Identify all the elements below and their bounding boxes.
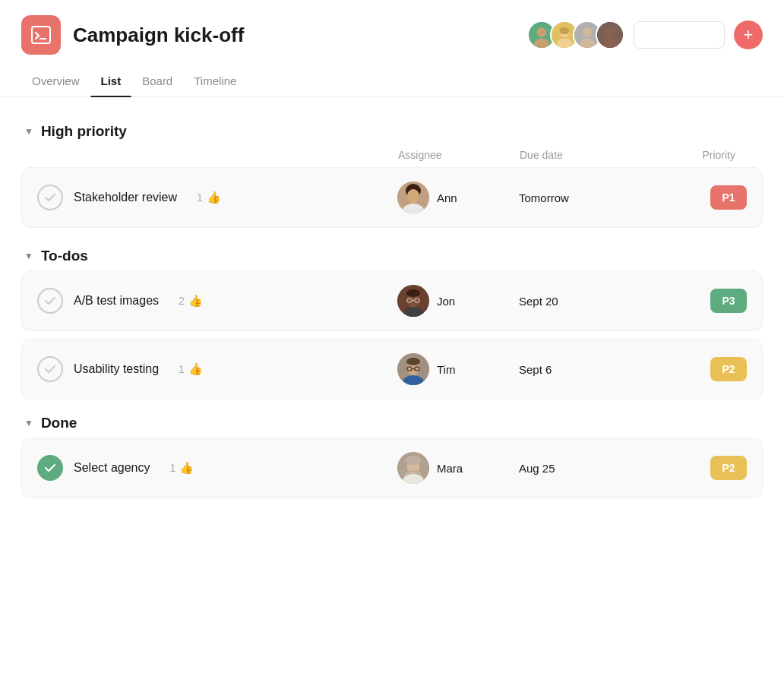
section-high-priority-title: High priority [41, 123, 127, 140]
svg-point-13 [605, 27, 615, 37]
due-date: Aug 25 [519, 462, 656, 475]
likes-count: 2 [179, 295, 185, 307]
task-check[interactable] [37, 455, 63, 481]
thumbs-up-icon: 👍 [188, 294, 203, 308]
tab-board[interactable]: Board [131, 67, 183, 96]
column-headers: Assignee Due date Priority [21, 146, 763, 164]
tab-timeline[interactable]: Timeline [183, 67, 247, 96]
assignee-avatar [397, 285, 429, 317]
assignee-name: Tim [437, 363, 455, 376]
main-content: ▼ High priority Assignee Due date Priori… [0, 103, 784, 527]
assignee-col: Jon [397, 285, 519, 317]
col-header-assignee: Assignee [398, 149, 520, 161]
task-name: Usability testing [74, 362, 159, 376]
task-likes: 1 👍 [179, 362, 203, 376]
svg-point-38 [406, 456, 421, 465]
section-todos: ▼ To-dos A/B test images 2 👍 [21, 240, 763, 400]
svg-point-4 [534, 38, 549, 49]
svg-point-3 [537, 27, 547, 37]
thumbs-up-icon: 👍 [188, 362, 203, 376]
tab-overview[interactable]: Overview [21, 67, 90, 96]
assignee-col: Tim [397, 353, 519, 385]
priority-badge: P2 [710, 357, 747, 381]
assignee-avatar [397, 182, 429, 213]
task-left: Stakeholder review 1 👍 [37, 185, 397, 210]
tab-list[interactable]: List [90, 67, 132, 96]
avatar-4[interactable] [596, 21, 624, 49]
section-high-priority-header[interactable]: ▼ High priority [21, 115, 763, 146]
chevron-icon: ▼ [24, 418, 33, 428]
task-name: Stakeholder review [74, 191, 177, 204]
likes-count: 1 [170, 462, 176, 474]
svg-point-30 [406, 358, 420, 365]
app-icon [21, 15, 61, 55]
task-check[interactable] [37, 356, 63, 382]
task-row[interactable]: Stakeholder review 1 👍 [21, 167, 763, 228]
task-left: Select agency 1 👍 [37, 455, 397, 481]
section-done: ▼ Done Select agency 1 👍 [21, 407, 763, 498]
add-button[interactable]: + [734, 21, 763, 49]
svg-point-10 [583, 27, 593, 37]
tabs: Overview List Board Timeline [0, 67, 784, 97]
likes-count: 1 [179, 363, 185, 375]
thumbs-up-icon: 👍 [179, 461, 194, 475]
svg-rect-0 [32, 27, 50, 43]
task-left: A/B test images 2 👍 [37, 288, 397, 314]
section-todos-header[interactable]: ▼ To-dos [21, 240, 763, 270]
chevron-icon: ▼ [24, 251, 33, 261]
col-header-due-date: Due date [520, 149, 656, 161]
page-title: Campaign kick-off [73, 24, 515, 47]
task-row[interactable]: Usability testing 1 👍 [21, 339, 763, 400]
section-done-header[interactable]: ▼ Done [21, 407, 763, 438]
section-done-title: Done [41, 415, 77, 431]
priority-badge: P1 [710, 185, 747, 210]
svg-point-17 [407, 189, 419, 203]
due-date: Tomorrow [519, 191, 656, 204]
due-date: Sept 6 [519, 363, 656, 376]
task-check[interactable] [37, 185, 63, 210]
search-box[interactable] [634, 21, 725, 49]
assignee-avatar [397, 452, 429, 484]
task-left: Usability testing 1 👍 [37, 356, 397, 382]
thumbs-up-icon: 👍 [207, 191, 221, 204]
assignee-name: Ann [437, 191, 457, 204]
assignee-col: Mara [397, 452, 519, 484]
svg-point-22 [406, 289, 420, 297]
assignee-name: Mara [437, 462, 463, 475]
task-likes: 1 👍 [170, 461, 194, 475]
task-check[interactable] [37, 288, 63, 314]
svg-point-11 [580, 38, 595, 49]
header: Campaign kick-off [0, 0, 784, 67]
task-likes: 1 👍 [197, 191, 221, 204]
task-name: A/B test images [74, 294, 159, 308]
priority-badge: P3 [710, 289, 747, 313]
section-high-priority: ▼ High priority Assignee Due date Priori… [21, 115, 763, 228]
section-todos-title: To-dos [41, 248, 88, 264]
task-likes: 2 👍 [179, 294, 203, 308]
avatar-group [527, 21, 624, 49]
task-name: Select agency [74, 461, 150, 475]
svg-rect-8 [560, 27, 570, 34]
svg-point-7 [557, 38, 572, 49]
likes-count: 1 [197, 191, 203, 204]
task-row[interactable]: Select agency 1 👍 [21, 438, 763, 498]
svg-point-14 [602, 38, 618, 49]
task-row[interactable]: A/B test images 2 👍 [21, 270, 763, 331]
due-date: Sept 20 [519, 295, 656, 308]
header-right: + [527, 21, 763, 49]
assignee-avatar [397, 353, 429, 385]
chevron-icon: ▼ [24, 126, 33, 137]
assignee-col: Ann [397, 182, 519, 213]
priority-badge: P2 [710, 456, 747, 480]
assignee-name: Jon [437, 295, 455, 308]
col-header-priority: Priority [656, 149, 748, 161]
